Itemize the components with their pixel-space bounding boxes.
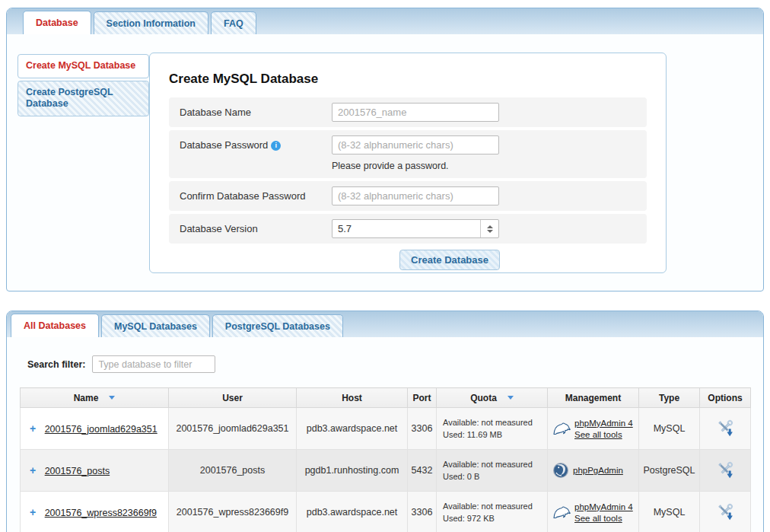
confirm-password-input[interactable] — [332, 186, 499, 205]
user-cell: 2001576_wpress823669f9 — [169, 492, 297, 532]
port-cell: 5432 — [408, 450, 437, 492]
port-cell: 3306 — [408, 492, 437, 532]
host-cell: pdb3.awardspace.net — [297, 492, 408, 532]
table-row: + 2001576_posts 2001576_posts pgdb1.runh… — [21, 450, 751, 492]
column-header-type[interactable]: Type — [639, 388, 700, 408]
type-cell: MySQL — [639, 492, 700, 532]
sort-descending-icon — [109, 396, 115, 400]
database-password-input[interactable] — [332, 135, 499, 155]
expand-row-icon[interactable]: + — [30, 422, 36, 435]
quota-cell: Available: not measured Used: 11.69 MB — [437, 408, 548, 450]
database-section-panel: Database Section Information FAQ Create … — [6, 8, 764, 291]
table-row: + 2001576_joomlad629a351 2001576_joomlad… — [21, 408, 751, 450]
create-database-button[interactable]: Create Database — [399, 250, 500, 270]
postgresql-elephant-icon — [552, 462, 569, 479]
select-spinner-icon[interactable] — [480, 220, 498, 237]
tab-mysql-databases[interactable]: MySQL Databases — [101, 314, 210, 337]
port-cell: 3306 — [408, 408, 437, 450]
search-filter-input[interactable] — [92, 355, 215, 373]
database-version-row: Database Version 5.7 — [169, 214, 647, 244]
databases-tab-bar: All Databases MySQL Databases PostgreSQL… — [7, 311, 763, 337]
database-password-row: Database Passwordi Please provide a pass… — [169, 130, 647, 178]
database-name-label: Database Name — [180, 103, 332, 118]
type-cell: MySQL — [639, 408, 700, 450]
confirm-password-row: Confirm Database Password — [169, 181, 647, 211]
column-header-port[interactable]: Port — [408, 388, 437, 408]
section-tab-bar: Database Section Information FAQ — [7, 8, 763, 34]
tab-faq[interactable]: FAQ — [211, 11, 256, 34]
phppgadmin-link[interactable]: phpPgAdmin — [573, 466, 623, 475]
database-password-label: Database Password — [180, 139, 268, 151]
type-cell: PostgreSQL — [639, 450, 700, 492]
tools-options-icon[interactable] — [715, 502, 735, 524]
subnav-create-mysql-database[interactable]: Create MySQL Database — [18, 54, 149, 78]
expand-row-icon[interactable]: + — [30, 506, 36, 518]
column-header-user[interactable]: User — [169, 388, 297, 408]
quota-cell: Available: not measured Used: 972 KB — [437, 492, 548, 532]
create-mysql-database-card: Create MySQL Database Database Name Data… — [149, 53, 667, 273]
database-name-input[interactable] — [332, 103, 499, 122]
tab-postgresql-databases[interactable]: PostgreSQL Databases — [212, 314, 343, 337]
phpmyadmin-link[interactable]: phpMyAdmin 4 — [574, 502, 633, 511]
database-version-select[interactable]: 5.7 — [332, 219, 499, 238]
table-header-row: Name User Host Port Quota Management Typ… — [21, 388, 751, 408]
table-row: + 2001576_wpress823669f9 2001576_wpress8… — [21, 492, 751, 532]
subnav-create-postgresql-database[interactable]: Create PostgreSQL Database — [18, 81, 149, 116]
password-hint-text: Please provide a password. — [332, 161, 499, 173]
database-name-row: Database Name — [169, 97, 647, 127]
tools-options-icon[interactable] — [715, 418, 735, 440]
user-cell: 2001576_posts — [169, 450, 297, 492]
database-name-link[interactable]: 2001576_joomlad629a351 — [45, 424, 158, 435]
host-cell: pgdb1.runhosting.com — [297, 450, 408, 492]
confirm-password-label: Confirm Database Password — [180, 186, 332, 202]
expand-row-icon[interactable]: + — [30, 464, 36, 476]
column-header-options[interactable]: Options — [700, 388, 751, 408]
create-database-subnav: Create MySQL Database Create PostgreSQL … — [18, 54, 149, 119]
search-filter-label: Search filter: — [27, 359, 85, 370]
database-version-value: 5.7 — [332, 223, 480, 234]
card-title: Create MySQL Database — [169, 72, 647, 87]
phpmyadmin-link[interactable]: phpMyAdmin 4 — [574, 419, 633, 428]
column-header-name[interactable]: Name — [21, 388, 169, 408]
quota-cell: Available: not measured Used: 0 B — [437, 450, 548, 492]
database-name-link[interactable]: 2001576_posts — [45, 466, 110, 476]
databases-table: Name User Host Port Quota Management Typ… — [20, 387, 751, 532]
tools-options-icon[interactable] — [715, 460, 735, 482]
tab-database[interactable]: Database — [23, 11, 91, 34]
databases-list-panel: All Databases MySQL Databases PostgreSQL… — [6, 311, 764, 532]
column-header-host[interactable]: Host — [297, 388, 408, 408]
database-version-label: Database Version — [180, 219, 332, 234]
host-cell: pdb3.awardspace.net — [297, 408, 408, 450]
mysql-dolphin-icon — [552, 505, 571, 520]
column-header-quota[interactable]: Quota — [437, 388, 548, 408]
see-all-tools-link[interactable]: See all tools — [574, 430, 633, 439]
info-icon[interactable]: i — [271, 141, 281, 151]
tab-section-information[interactable]: Section Information — [94, 11, 208, 34]
search-filter-row: Search filter: — [7, 337, 763, 373]
database-name-link[interactable]: 2001576_wpress823669f9 — [45, 508, 157, 518]
mysql-dolphin-icon — [552, 422, 571, 436]
sort-descending-icon — [508, 396, 514, 400]
user-cell: 2001576_joomlad629a351 — [169, 408, 297, 450]
see-all-tools-link[interactable]: See all tools — [574, 514, 633, 523]
column-header-management[interactable]: Management — [548, 388, 639, 408]
tab-all-databases[interactable]: All Databases — [11, 314, 99, 337]
